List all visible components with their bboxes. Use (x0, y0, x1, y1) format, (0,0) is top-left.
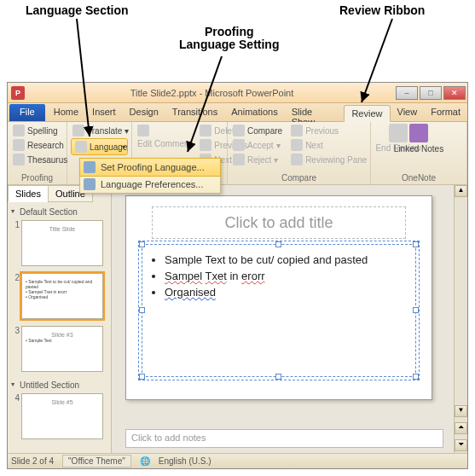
ribbon-group-onenote: Linked Notes OneNote (371, 122, 467, 184)
status-theme[interactable]: "Office Theme" (62, 455, 131, 467)
spelling-label: Spelling (27, 126, 58, 136)
menu-set-proofing-label: Set Proofing Language... (101, 162, 205, 172)
language-button[interactable]: Language (71, 138, 128, 155)
ribbon-group-proofing: Spelling Research Thesaurus Proofing (8, 122, 67, 184)
tab-slideshow[interactable]: Slide Show (285, 104, 345, 121)
edit-comment-button[interactable]: Edit Comment (136, 138, 193, 149)
b2c: in (227, 270, 241, 282)
window-title: Title Slide2.pptx - Microsoft PowerPoint (28, 88, 396, 98)
status-language[interactable]: English (U.S.) (159, 456, 211, 466)
lang-prefs-icon (84, 178, 96, 190)
thumb2-l1: • Sample Text to be cut/ copied and past… (26, 279, 99, 289)
resize-handle[interactable] (139, 241, 145, 247)
thumb-num-3: 3 (11, 326, 20, 335)
linked-notes-button[interactable]: Linked Notes (392, 143, 445, 154)
status-lang-icon: 🌐 (140, 456, 150, 466)
thumb-4[interactable]: Slide #5 (21, 393, 103, 439)
section-untitled[interactable]: Untitled Section (9, 377, 109, 392)
close-button[interactable]: ✕ (443, 86, 466, 100)
thumb-2[interactable]: • Sample Text to be cut/ copied and past… (21, 273, 103, 319)
resize-handle[interactable] (139, 307, 145, 313)
bullet-1[interactable]: Sample Text to be cut/ copied and pasted (165, 253, 408, 266)
translate-button[interactable]: Translate ▾ (71, 124, 128, 137)
tab-transitions[interactable]: Transitions (165, 104, 224, 121)
b2d: erorr (241, 270, 264, 282)
next-slide-button[interactable]: ⏷ (455, 439, 467, 451)
thumb2-l3: • Organised (26, 294, 99, 299)
thumb-num-4: 4 (11, 393, 20, 403)
thumb1-title: Title Slide (26, 226, 99, 232)
slide-editor[interactable]: Click to add title Sample Text to be cut… (112, 185, 467, 453)
reject-button[interactable]: Reject ▾ (231, 153, 284, 166)
tab-review[interactable]: Review (344, 105, 390, 122)
body-placeholder[interactable]: Sample Text to be cut/ copied and pasted… (142, 244, 416, 377)
menu-language-preferences[interactable]: Language Preferences... (80, 176, 220, 193)
prev-slide-button[interactable]: ⏶ (455, 422, 467, 434)
reviewing-pane-button[interactable]: Reviewing Pane (289, 153, 368, 166)
thumb3-title: Slide #3 (26, 332, 99, 338)
ribbon: Spelling Research Thesaurus Proofing Tra… (8, 122, 467, 185)
scroll-down-button[interactable]: ▼ (455, 405, 467, 417)
resize-handle[interactable] (413, 241, 419, 247)
menu-set-proofing-language[interactable]: Set Proofing Language... (79, 158, 221, 177)
tab-view[interactable]: View (391, 104, 425, 121)
language-dropdown-menu: Set Proofing Language... Language Prefer… (79, 158, 221, 194)
compare-button[interactable]: Compare (231, 124, 284, 137)
bullet-3[interactable]: Organised (165, 286, 408, 299)
tab-insert[interactable]: Insert (85, 104, 123, 121)
section-default[interactable]: Default Section (9, 204, 109, 218)
slide-canvas[interactable]: Click to add title Sample Text to be cut… (125, 195, 432, 400)
new-comment-button[interactable] (136, 124, 193, 137)
thumb-1[interactable]: Title Slide (21, 220, 103, 266)
thumb-num-2: 2 (11, 273, 20, 282)
slide-panel: Slides Outline Default Section 1 Title S… (8, 185, 112, 453)
resize-handle[interactable] (139, 374, 145, 380)
compare-next-button[interactable]: Next (289, 138, 368, 152)
thumb-3[interactable]: Slide #3 • Sample Text (21, 326, 103, 372)
tab-home[interactable]: Home (47, 104, 85, 121)
thumb-row-4[interactable]: 4 Slide #5 (9, 392, 109, 444)
tab-format[interactable]: Format (424, 104, 467, 121)
reviewing-pane-label: Reviewing Pane (305, 155, 367, 165)
ribbon-group-compare: Compare Accept ▾ Reject ▾ Previous Next … (228, 122, 371, 184)
accept-button[interactable]: Accept ▾ (231, 138, 284, 152)
vertical-scrollbar[interactable]: ▲ ▼ ⏶ ⏷ (454, 185, 467, 453)
tab-design[interactable]: Design (123, 104, 165, 121)
menu-lang-prefs-label: Language Preferences... (101, 179, 203, 189)
resize-handle[interactable] (413, 307, 419, 313)
tab-file[interactable]: File (9, 104, 45, 121)
slides-tab[interactable]: Slides (8, 185, 49, 202)
maximize-button[interactable]: □ (420, 86, 442, 100)
annotation-language-section: Language Section (26, 3, 129, 17)
bullet-2[interactable]: Sampel Txet in erorr (165, 270, 408, 282)
compare-prev-label: Previous (305, 126, 339, 136)
compare-prev-button[interactable]: Previous (289, 124, 368, 137)
spellcheck-icon (13, 125, 25, 136)
next-icon (291, 139, 303, 151)
compare-group-label: Compare (231, 173, 367, 184)
spelling-button[interactable]: Spelling (11, 124, 63, 137)
edit-comment-label: Edit Comment (137, 139, 191, 148)
thumb-row-1[interactable]: 1 Title Slide (9, 218, 109, 271)
tab-animations[interactable]: Animations (224, 104, 284, 121)
resize-handle[interactable] (275, 241, 281, 247)
thumb3-body: • Sample Text (26, 338, 99, 343)
powerpoint-icon: P (11, 86, 25, 100)
research-button[interactable]: Research (11, 138, 63, 152)
b2a: Sampel (165, 270, 202, 282)
status-slide-pos: Slide 2 of 4 (11, 456, 54, 466)
thumb-row-2[interactable]: 2 • Sample Text to be cut/ copied and pa… (9, 271, 109, 324)
proofing-group-label: Proofing (11, 173, 63, 184)
resize-handle[interactable] (275, 374, 281, 380)
resize-handle[interactable] (413, 374, 419, 380)
b3: Organised (165, 286, 216, 299)
compare-next-label: Next (305, 141, 323, 150)
scroll-up-button[interactable]: ▲ (455, 185, 467, 197)
notes-placeholder[interactable]: Click to add notes (125, 429, 443, 448)
title-bar: P Title Slide2.pptx - Microsoft PowerPoi… (8, 83, 467, 103)
thesaurus-button[interactable]: Thesaurus (11, 153, 63, 166)
minimize-button[interactable]: – (396, 86, 418, 100)
thumb-row-3[interactable]: 3 Slide #3 • Sample Text (9, 324, 109, 377)
thesaurus-icon (13, 154, 25, 165)
title-placeholder[interactable]: Click to add title (152, 206, 406, 239)
